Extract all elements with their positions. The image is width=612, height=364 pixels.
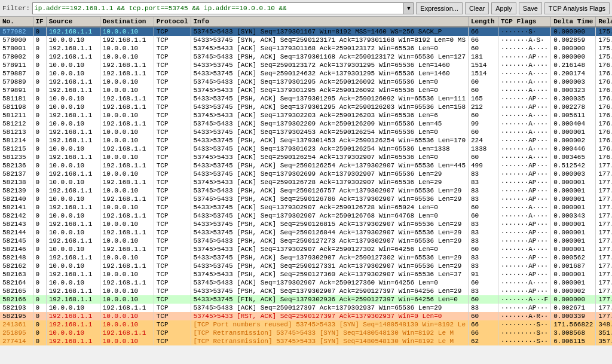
table-row[interactable]: 5821410192.168.1.110.0.0.10TCP5433>53745…: [0, 203, 612, 212]
table-row[interactable]: 582146010.0.0.10192.168.1.1TCP53745>5433…: [0, 245, 612, 253]
table-row[interactable]: 582138010.0.0.10192.168.1.1TCP53745>5433…: [0, 178, 612, 186]
col-header-source[interactable]: Source: [46, 17, 100, 27]
table-row[interactable]: 5812130192.168.1.110.0.0.10TCP5433>53745…: [0, 128, 612, 136]
table-row[interactable]: 582193010.0.0.10192.168.1.1TCP53745>5433…: [0, 304, 612, 312]
table-row[interactable]: 5780020192.168.1.110.0.0.10TCP53745>5433…: [0, 53, 612, 61]
table-row[interactable]: 2413610192.168.1.110.0.0.10TCP[TCP Port …: [0, 320, 612, 329]
table-row[interactable]: 581181010.0.0.10192.168.1.1TCP5433>53745…: [0, 94, 612, 103]
filter-bar: Filter: ▼ Expression... Clear Apply Save…: [0, 0, 612, 17]
table-row[interactable]: 5798890192.168.1.110.0.0.10TCP53745>5433…: [0, 78, 612, 86]
table-row[interactable]: 5821450192.168.1.110.0.0.10TCP53745>5433…: [0, 237, 612, 245]
table-row[interactable]: 5798910192.168.1.110.0.0.10TCP53745>5433…: [0, 86, 612, 94]
table-row[interactable]: 5779820192.168.1.110.0.0.10TCP53745>5433…: [0, 27, 612, 36]
expression-button[interactable]: Expression...: [416, 2, 463, 14]
table-row[interactable]: 5821370192.168.1.110.0.0.10TCP5433>53745…: [0, 170, 612, 178]
col-header-no[interactable]: No.: [0, 17, 33, 27]
table-row[interactable]: 5780010192.168.1.110.0.0.10TCP53745>5433…: [0, 44, 612, 53]
table-row[interactable]: 581212010.0.0.10192.168.1.1TCP53745>5433…: [0, 120, 612, 128]
table-row[interactable]: 5821950192.168.1.110.0.0.10TCP53745>5433…: [0, 312, 612, 320]
table-row[interactable]: 581215010.0.0.10192.168.1.1TCP5433>53745…: [0, 145, 612, 153]
table-row[interactable]: 579887010.0.0.10192.168.1.1TCP5433>53745…: [0, 69, 612, 78]
filter-input[interactable]: [33, 3, 403, 14]
filter-label: Filter:: [2, 5, 30, 12]
table-row[interactable]: 581198010.0.0.10192.168.1.1TCP5433>53745…: [0, 103, 612, 111]
col-header-length[interactable]: Length: [469, 17, 498, 27]
table-row[interactable]: 582136010.0.0.10192.168.1.1TCP5433>53745…: [0, 161, 612, 170]
apply-button[interactable]: Apply: [491, 2, 516, 14]
col-header-info[interactable]: Info: [191, 17, 468, 27]
clear-button[interactable]: Clear: [465, 2, 489, 14]
save-button[interactable]: Save: [519, 2, 542, 14]
table-row[interactable]: 251895010.0.0.10192.168.1.1TCP[TCP Retra…: [0, 329, 612, 337]
table-row[interactable]: 582142010.0.0.10192.168.1.1TCP5433>53745…: [0, 212, 612, 220]
tcp-analysis-flags-button[interactable]: TCP Analysis Flags: [544, 2, 610, 14]
packet-tbody: 5779820192.168.1.110.0.0.10TCP53745>5433…: [0, 27, 612, 345]
col-header-if[interactable]: IF: [33, 17, 46, 27]
table-row[interactable]: 5821390192.168.1.110.0.0.10TCP53745>5433…: [0, 186, 612, 195]
table-row[interactable]: 582164010.0.0.10192.168.1.1TCP53745>5433…: [0, 279, 612, 287]
col-header-protocol[interactable]: Protocol: [154, 17, 191, 27]
table-row[interactable]: 5821480192.168.1.110.0.0.10TCP5433>53745…: [0, 253, 612, 262]
filter-dropdown-button[interactable]: ▼: [403, 3, 413, 14]
packet-table: No. IF Source Destination Protocol Info …: [0, 17, 612, 345]
table-row[interactable]: 2774140192.168.1.110.0.0.10TCP[TCP Retra…: [0, 337, 612, 345]
table-header-row: No. IF Source Destination Protocol Info …: [0, 17, 612, 27]
table-row[interactable]: 5821660192.168.1.110.0.0.10TCP5433>53745…: [0, 295, 612, 304]
table-row[interactable]: 578000010.0.0.10192.168.1.1TCP5433>53745…: [0, 36, 612, 44]
table-row[interactable]: 5812140192.168.1.110.0.0.10TCP5433>53745…: [0, 136, 612, 145]
col-header-tcp-flags[interactable]: TCP Flags: [498, 17, 551, 27]
filter-input-wrapper: ▼: [32, 2, 414, 14]
packet-table-wrapper[interactable]: No. IF Source Destination Protocol Info …: [0, 17, 612, 364]
table-row[interactable]: 5821650192.168.1.110.0.0.10TCP5433>53745…: [0, 287, 612, 295]
table-row[interactable]: 582162010.0.0.10192.168.1.1TCP5433>53745…: [0, 262, 612, 270]
table-row[interactable]: 5821430192.168.1.110.0.0.10TCP5433>53745…: [0, 220, 612, 228]
col-header-delta-time[interactable]: Delta Time: [551, 17, 596, 27]
table-row[interactable]: 582144010.0.0.10192.168.1.1TCP5433>53745…: [0, 228, 612, 237]
col-header-relative-time[interactable]: Relative Time: [596, 17, 612, 27]
table-row[interactable]: 578911010.0.0.10192.168.1.1TCP5433>53745…: [0, 61, 612, 69]
col-header-destination[interactable]: Destination: [100, 17, 154, 27]
table-row[interactable]: 582140010.0.0.10192.168.1.1TCP53745>5433…: [0, 195, 612, 203]
table-row[interactable]: 5821630192.168.1.110.0.0.10TCP53745>5433…: [0, 270, 612, 279]
table-row[interactable]: 5812350192.168.1.110.0.0.10TCP53745>5433…: [0, 153, 612, 161]
table-row[interactable]: 5812110192.168.1.110.0.0.10TCP53745>5433…: [0, 111, 612, 120]
